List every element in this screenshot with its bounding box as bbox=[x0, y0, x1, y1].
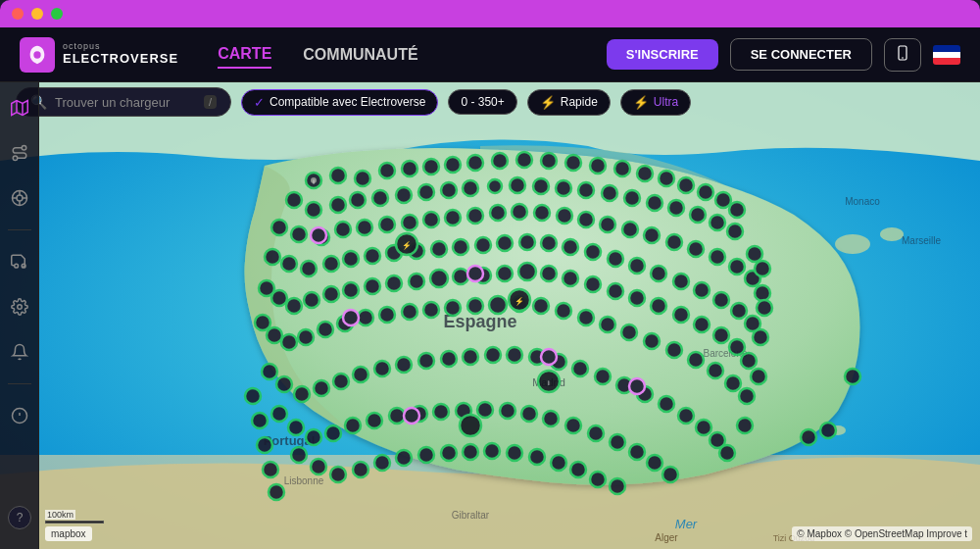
svg-point-73 bbox=[512, 204, 527, 220]
nav-communaute[interactable]: COMMUNAUTÉ bbox=[303, 42, 417, 68]
svg-point-43 bbox=[330, 197, 346, 213]
scale-bar: 100km bbox=[45, 510, 104, 524]
svg-point-170 bbox=[441, 351, 457, 367]
svg-point-240 bbox=[845, 369, 860, 384]
minimize-button[interactable] bbox=[31, 8, 43, 20]
logo-icon bbox=[20, 37, 55, 73]
sidebar-info-icon[interactable] bbox=[6, 402, 33, 429]
svg-point-35 bbox=[637, 166, 653, 181]
svg-point-51 bbox=[510, 177, 525, 193]
svg-point-135 bbox=[741, 353, 757, 369]
svg-point-47 bbox=[418, 184, 434, 200]
svg-point-145 bbox=[423, 302, 439, 318]
svg-point-28 bbox=[467, 155, 483, 171]
svg-point-117 bbox=[365, 278, 380, 294]
svg-point-2 bbox=[902, 57, 904, 59]
svg-point-80 bbox=[666, 234, 682, 250]
sidebar-settings-icon[interactable] bbox=[6, 293, 33, 321]
sidebar-vehicle-icon[interactable] bbox=[6, 248, 33, 275]
svg-point-195 bbox=[477, 402, 493, 418]
svg-point-217 bbox=[551, 455, 566, 471]
svg-point-39 bbox=[715, 192, 731, 208]
svg-point-184 bbox=[719, 445, 735, 461]
svg-point-70 bbox=[445, 210, 461, 225]
chip-ultra[interactable]: ⚡ Ultra bbox=[620, 89, 691, 116]
svg-point-67 bbox=[379, 217, 395, 232]
svg-point-121 bbox=[453, 269, 468, 284]
mobile-button[interactable] bbox=[884, 38, 921, 72]
svg-point-91 bbox=[365, 248, 380, 264]
ultra-icon: ⚡ bbox=[633, 95, 649, 110]
nav-links: CARTE COMMUNAUTÉ bbox=[218, 41, 607, 69]
svg-point-132 bbox=[694, 317, 710, 332]
svg-point-155 bbox=[644, 333, 660, 349]
login-button[interactable]: SE CONNECTER bbox=[730, 38, 872, 71]
svg-point-82 bbox=[710, 249, 725, 265]
svg-point-110 bbox=[753, 329, 768, 345]
svg-point-167 bbox=[374, 361, 390, 376]
svg-text:Alger: Alger bbox=[655, 532, 678, 543]
svg-text:Gibraltar: Gibraltar bbox=[452, 510, 490, 521]
bolt-icon: ⚡ bbox=[540, 95, 556, 110]
svg-point-97 bbox=[497, 235, 513, 251]
nav-carte[interactable]: CARTE bbox=[218, 41, 271, 69]
svg-point-140 bbox=[318, 322, 333, 337]
svg-point-261 bbox=[22, 264, 25, 268]
sidebar-network-icon[interactable] bbox=[6, 184, 33, 212]
map-container[interactable]: Espagne Portugal Madrid Barcelone Lisbon… bbox=[0, 82, 980, 549]
svg-point-46 bbox=[396, 187, 412, 203]
svg-point-164 bbox=[314, 380, 329, 396]
chip-count[interactable]: 0 - 350+ bbox=[448, 89, 516, 115]
svg-point-201 bbox=[610, 434, 625, 450]
svg-point-119 bbox=[409, 274, 424, 289]
svg-point-40 bbox=[729, 202, 745, 218]
svg-point-168 bbox=[396, 357, 412, 373]
svg-point-49 bbox=[463, 180, 478, 196]
svg-point-151 bbox=[556, 303, 571, 319]
maximize-button[interactable] bbox=[51, 8, 63, 20]
svg-point-116 bbox=[343, 282, 359, 298]
svg-point-150 bbox=[533, 298, 549, 314]
svg-point-134 bbox=[729, 339, 745, 355]
search-box[interactable]: 🔍 Trouver un chargeur / bbox=[16, 87, 231, 117]
sidebar-notification-icon[interactable] bbox=[6, 338, 33, 366]
sidebar-route-icon[interactable] bbox=[6, 139, 33, 167]
svg-point-127 bbox=[585, 276, 601, 292]
svg-point-24 bbox=[379, 163, 395, 178]
map-attribution: © Mapbox © OpenStreetMap Improve t bbox=[792, 526, 972, 541]
register-button[interactable]: S'INSCRIRE bbox=[607, 39, 718, 70]
sidebar-map-icon[interactable] bbox=[6, 94, 33, 122]
svg-point-227 bbox=[755, 261, 770, 276]
svg-point-182 bbox=[696, 420, 711, 435]
close-button[interactable] bbox=[12, 8, 24, 20]
svg-point-196 bbox=[500, 403, 515, 419]
svg-point-30 bbox=[516, 152, 532, 168]
svg-text:Lisbonne: Lisbonne bbox=[284, 475, 324, 486]
svg-point-231 bbox=[467, 266, 483, 281]
svg-point-228 bbox=[757, 300, 772, 316]
chip-fast[interactable]: ⚡ Rapide bbox=[527, 89, 611, 116]
svg-point-78 bbox=[622, 222, 638, 237]
svg-point-209 bbox=[374, 455, 390, 471]
svg-text:Marseille: Marseille bbox=[902, 235, 941, 246]
svg-point-221 bbox=[245, 388, 261, 404]
svg-point-222 bbox=[252, 413, 268, 428]
svg-point-102 bbox=[608, 251, 623, 267]
svg-text:⚡: ⚡ bbox=[514, 296, 524, 306]
svg-point-172 bbox=[485, 347, 501, 363]
help-button[interactable]: ? bbox=[8, 506, 31, 529]
svg-point-181 bbox=[678, 408, 694, 424]
chip-electroverse[interactable]: ✓ Compatible avec Electroverse bbox=[241, 89, 438, 116]
svg-point-41 bbox=[286, 192, 302, 208]
svg-point-104 bbox=[651, 266, 666, 281]
svg-point-32 bbox=[565, 155, 581, 171]
svg-point-173 bbox=[507, 347, 522, 363]
chip-ultra-label: Ultra bbox=[654, 95, 678, 109]
svg-point-27 bbox=[445, 157, 461, 173]
svg-point-74 bbox=[534, 205, 550, 221]
svg-point-253 bbox=[22, 146, 26, 151]
logo[interactable]: octopus ELECTROVERSE bbox=[20, 37, 178, 73]
svg-point-63 bbox=[291, 226, 307, 242]
language-flag[interactable] bbox=[933, 45, 960, 65]
chip-fast-label: Rapide bbox=[561, 95, 598, 109]
